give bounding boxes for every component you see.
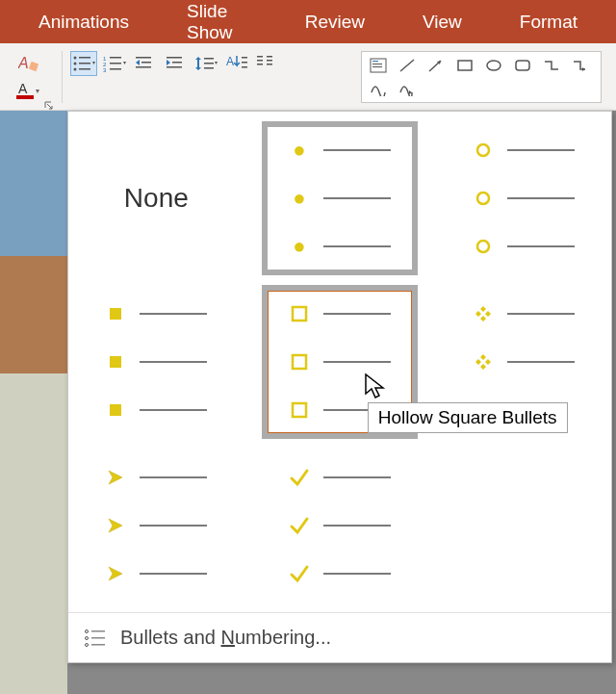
svg-line-39	[400, 60, 414, 71]
none-label: None	[124, 183, 189, 214]
svg-rect-38	[372, 66, 382, 67]
ribbon-content: A A 123 A	[0, 43, 616, 111]
svg-rect-3	[16, 95, 34, 99]
svg-point-57	[86, 643, 89, 646]
shape-curve[interactable]	[364, 77, 393, 100]
svg-rect-33	[267, 60, 272, 62]
mouse-cursor-icon	[364, 373, 387, 401]
decrease-indent-button[interactable]	[132, 51, 159, 76]
svg-rect-54	[91, 630, 105, 632]
svg-rect-30	[257, 60, 263, 62]
svg-rect-34	[267, 64, 272, 65]
shape-rect[interactable]	[450, 54, 479, 77]
shape-arrow-line[interactable]	[422, 54, 450, 77]
svg-rect-11	[110, 57, 121, 59]
svg-rect-17	[141, 62, 151, 64]
svg-rect-22	[204, 58, 214, 60]
filled-square-icon	[105, 303, 126, 324]
arrow-bullet-icon	[105, 467, 126, 488]
svg-rect-58	[91, 644, 105, 646]
svg-text:A: A	[18, 55, 29, 71]
bullets-and-numbering-button[interactable]: Bullets and Numbering...	[68, 612, 611, 662]
footer-label: Bullets and Numbering...	[120, 627, 331, 649]
bullets-button[interactable]	[70, 51, 97, 76]
svg-point-55	[86, 636, 89, 639]
tab-view[interactable]: View	[394, 12, 491, 33]
filled-round-icon: ●	[289, 140, 310, 161]
svg-rect-43	[516, 61, 529, 70]
decrease-indent-icon	[136, 55, 155, 72]
bullets-icon	[72, 55, 95, 72]
check-bullet-icon	[289, 467, 310, 488]
svg-rect-9	[79, 68, 90, 70]
bullet-tile-none[interactable]: None	[78, 121, 235, 275]
bullet-tile-filled-square[interactable]	[78, 285, 235, 439]
tab-review[interactable]: Review	[276, 12, 394, 33]
text-direction-icon: A	[226, 54, 249, 73]
svg-rect-19	[167, 57, 182, 59]
bullets-list-icon	[84, 629, 107, 648]
shape-connector[interactable]	[537, 54, 566, 77]
bullet-tile-hollow-square[interactable]: Hollow Square Bullets	[262, 285, 419, 439]
svg-rect-5	[79, 57, 90, 59]
svg-rect-21	[167, 66, 182, 68]
tab-format[interactable]: Format	[491, 12, 606, 33]
svg-point-53	[86, 630, 89, 632]
svg-point-45	[477, 193, 489, 204]
svg-rect-23	[204, 63, 214, 64]
svg-rect-52	[293, 403, 306, 417]
numbering-icon: 123	[103, 55, 126, 72]
tooltip: Hollow Square Bullets	[368, 402, 568, 433]
numbering-button[interactable]: 123	[101, 51, 128, 76]
clear-format-button[interactable]: A	[15, 51, 42, 76]
bullet-tile-hollow-round[interactable]	[445, 121, 602, 275]
svg-rect-20	[172, 62, 182, 64]
text-direction-button[interactable]: A	[224, 51, 251, 76]
four-diamond-icon	[473, 303, 494, 324]
svg-rect-7	[79, 63, 90, 64]
svg-text:A: A	[18, 81, 28, 96]
tab-animations[interactable]: Animations	[10, 12, 158, 33]
tab-slideshow[interactable]: Slide Show	[158, 1, 276, 43]
font-color-button[interactable]: A	[15, 78, 42, 103]
svg-rect-48	[110, 356, 121, 368]
increase-indent-button[interactable]	[163, 51, 190, 76]
svg-text:A: A	[226, 55, 234, 68]
line-spacing-icon	[195, 55, 218, 72]
svg-rect-18	[136, 66, 151, 68]
shape-freeform[interactable]	[393, 77, 422, 100]
svg-rect-50	[293, 307, 306, 321]
hollow-square-icon	[289, 303, 310, 324]
bullet-tile-filled-round[interactable]: ● ● ●	[262, 121, 419, 275]
svg-rect-56	[91, 637, 105, 639]
svg-rect-24	[204, 67, 214, 69]
shape-textbox[interactable]	[364, 54, 393, 77]
increase-indent-icon	[167, 55, 186, 72]
svg-rect-37	[372, 64, 382, 64]
svg-point-42	[487, 61, 500, 70]
bullet-tile-arrow[interactable]	[78, 449, 235, 603]
shape-rounded[interactable]	[508, 54, 537, 77]
columns-button[interactable]	[255, 51, 282, 76]
line-spacing-button[interactable]	[193, 51, 220, 76]
svg-rect-51	[293, 355, 306, 369]
svg-rect-1	[29, 62, 38, 71]
svg-rect-27	[242, 62, 247, 64]
svg-rect-36	[372, 61, 378, 62]
shapes-gallery[interactable]	[361, 51, 602, 103]
svg-text:3: 3	[103, 67, 107, 72]
ribbon-tabs: Animations Slide Show Review View Format	[0, 0, 616, 43]
svg-rect-15	[110, 68, 121, 70]
svg-point-44	[477, 144, 489, 156]
shape-line[interactable]	[393, 54, 422, 77]
svg-rect-13	[110, 63, 121, 64]
svg-rect-29	[257, 56, 263, 58]
bullet-tile-check[interactable]	[262, 449, 419, 603]
shape-oval[interactable]	[479, 54, 508, 77]
svg-rect-16	[136, 57, 151, 59]
svg-rect-28	[242, 66, 247, 68]
font-color-icon: A	[16, 80, 41, 101]
svg-point-6	[74, 63, 77, 65]
shape-connector-arrow[interactable]	[566, 54, 595, 77]
bullets-dropdown: None ● ● ● Hollow Square Bullets	[67, 111, 612, 663]
